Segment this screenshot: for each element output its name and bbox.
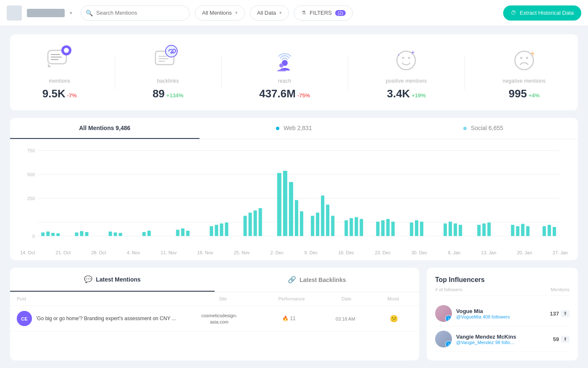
svg-point-14: [402, 57, 404, 59]
topbar: ▾ 🔍 All Mentions ▾ All Data ▾ ⚗ FILTERS …: [0, 0, 588, 26]
x-label-6: 25. Nov: [234, 250, 250, 255]
svg-rect-43: [210, 226, 213, 236]
post-text: 'Go big or go home'? Branding expert's a…: [36, 315, 176, 322]
tab-social[interactable]: Social 6,655: [388, 118, 578, 139]
svg-rect-77: [482, 224, 486, 236]
tab-all-mentions[interactable]: All Mentions 9,486: [10, 118, 200, 139]
svg-rect-28: [41, 232, 45, 236]
influencer-count: 59 ⬆: [553, 336, 570, 343]
search-icon: 🔍: [86, 10, 93, 16]
chevron-down-icon: ▾: [235, 10, 238, 16]
mentions-tab-icon: 💬: [84, 275, 92, 283]
filters-button[interactable]: ⚗ FILTERS (2): [294, 5, 353, 21]
x-label-2: 28. Oct: [91, 250, 106, 255]
svg-rect-80: [516, 226, 520, 236]
svg-rect-62: [349, 218, 353, 236]
svg-rect-30: [51, 233, 55, 236]
influencer-info: Vogue Mia @VogueMia 408 followers: [456, 308, 546, 319]
svg-point-13: [397, 51, 415, 70]
svg-rect-56: [311, 216, 314, 236]
all-data-dropdown[interactable]: All Data ▾: [250, 5, 289, 21]
svg-rect-44: [215, 225, 218, 236]
svg-rect-46: [225, 222, 228, 236]
svg-rect-61: [344, 220, 348, 236]
influencer-avatar: t: [435, 331, 452, 347]
divider-1: [115, 56, 115, 89]
influencer-row[interactable]: t Vogue Mia @VogueMia 408 followers 137 …: [435, 301, 570, 326]
count-badge: ⬆: [561, 310, 570, 317]
influencer-count: 137 ⬆: [550, 310, 570, 317]
backlinks-icon: [153, 44, 183, 75]
tab-social-label: Social 6,655: [471, 125, 503, 131]
search-wrap: 🔍: [81, 5, 190, 21]
reach-icon: [270, 44, 300, 75]
svg-rect-67: [386, 219, 390, 236]
svg-rect-72: [444, 224, 447, 236]
svg-rect-32: [75, 232, 78, 236]
post-avatar: CE: [17, 311, 32, 326]
negative-label: negative mentions: [503, 78, 546, 84]
stat-backlinks: backlinks 89 +134%: [152, 44, 184, 100]
tab-all-label: All Mentions 9,486: [79, 125, 130, 131]
col-post-header: Post: [17, 296, 182, 301]
all-mentions-dropdown[interactable]: All Mentions ▾: [195, 5, 245, 21]
tab-latest-backlinks[interactable]: 🔗 Latest Backlinks: [215, 268, 419, 292]
svg-rect-41: [181, 228, 184, 236]
web-dot: [276, 127, 279, 130]
twitter-badge: t: [445, 341, 452, 347]
social-dot: [463, 127, 467, 130]
col-date-header: Date: [319, 296, 374, 301]
svg-rect-57: [316, 213, 319, 236]
chevron-down-icon: ▾: [279, 10, 282, 16]
svg-rect-36: [114, 232, 117, 236]
chart-x-labels: 14. Oct 21. Oct 28. Oct 4. Nov 11. Nov 1…: [10, 248, 578, 260]
chevron-down-icon: ▾: [70, 10, 72, 16]
mood-icon: 😕: [390, 315, 398, 322]
svg-rect-83: [543, 226, 546, 236]
count-badge: ⬆: [561, 336, 570, 343]
extract-historical-button[interactable]: ⏱ Extract Historical Data: [503, 5, 581, 21]
svg-rect-65: [376, 222, 380, 236]
table-header: Post Site Performance Date Mood: [10, 292, 419, 306]
backlinks-label: backlinks: [157, 78, 179, 84]
col-mood-header: Mood: [374, 296, 412, 301]
backlinks-tab-icon: 🔗: [288, 276, 296, 284]
negative-change: +4%: [528, 92, 539, 99]
divider-3: [348, 56, 348, 89]
influencer-row[interactable]: t Vangie Mendez McKins @Vangie_Mendez 98…: [435, 326, 570, 352]
x-label-3: 4. Nov: [127, 250, 140, 255]
divider-2: [221, 56, 222, 89]
svg-rect-69: [410, 222, 413, 236]
svg-rect-50: [259, 208, 262, 236]
influencer-info: Vangie Mendez McKins @Vangie_Mendez 98 f…: [456, 334, 549, 345]
tab-latest-mentions[interactable]: 💬 Latest Mentions: [10, 268, 215, 292]
extract-icon: ⏱: [511, 10, 516, 16]
tab-web-label: Web 2,831: [284, 125, 312, 131]
latest-mentions-label: Latest Mentions: [96, 276, 141, 283]
negative-value: 995: [509, 87, 527, 100]
influencer-handle: @Vangie_Mendez 98 follo...: [456, 340, 549, 345]
x-label-7: 2. Dec: [270, 250, 284, 255]
stat-reach: reach 437.6M -75%: [259, 44, 310, 100]
tab-web[interactable]: Web 2,831: [200, 118, 389, 139]
svg-point-2: [64, 48, 69, 53]
svg-rect-48: [249, 213, 252, 236]
latest-backlinks-label: Latest Backlinks: [299, 277, 346, 283]
filter-icon: ⚗: [301, 10, 306, 16]
svg-rect-71: [420, 222, 423, 236]
positive-change: +19%: [412, 92, 426, 99]
x-label-12: 6. Jan: [448, 250, 460, 255]
bottom-section: 💬 Latest Mentions 🔗 Latest Backlinks Pos…: [10, 268, 578, 360]
svg-rect-42: [186, 231, 189, 236]
table-row[interactable]: CE 'Go big or go home'? Branding expert'…: [10, 306, 419, 331]
latest-mentions-card: 💬 Latest Mentions 🔗 Latest Backlinks Pos…: [10, 268, 419, 360]
influencer-name: Vangie Mendez McKins: [456, 334, 549, 340]
search-input[interactable]: [81, 5, 190, 21]
mentions-change: -7%: [67, 92, 77, 99]
svg-rect-60: [331, 216, 334, 236]
positive-value: 3.4K: [387, 87, 410, 100]
svg-rect-82: [526, 226, 530, 236]
x-label-1: 21. Oct: [56, 250, 71, 255]
influencer-name: Vogue Mia: [456, 308, 546, 314]
svg-rect-40: [176, 230, 179, 236]
